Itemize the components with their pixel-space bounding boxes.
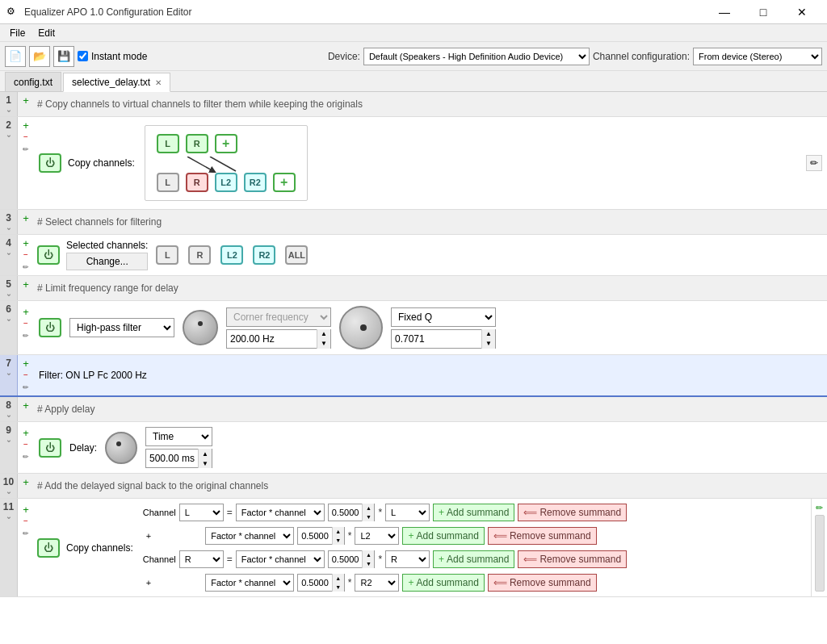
channel-btn-R-bot[interactable]: R	[186, 173, 208, 192]
factor-4-down[interactable]: ▼	[333, 583, 344, 592]
factor-type-select-1[interactable]: Factor * channel	[236, 504, 325, 521]
row-2: 2 ⌄ + − ✏ ⏻ Copy channels: L R +	[0, 117, 827, 210]
factor-type-select-3[interactable]: Factor * channel	[236, 550, 325, 568]
source-select-R[interactable]: R	[385, 550, 430, 568]
source-select-R2[interactable]: R2	[355, 574, 399, 592]
tab-close-icon[interactable]: ✕	[155, 78, 162, 87]
row-8-add[interactable]: +	[20, 399, 31, 411]
sel-ch-L2[interactable]: L2	[220, 245, 243, 265]
row-6-add[interactable]: +	[20, 306, 31, 317]
q-up[interactable]: ▲	[482, 329, 495, 339]
filter-text-input[interactable]	[36, 364, 825, 387]
filter-type-select[interactable]: High-pass filter	[69, 318, 174, 337]
row-4-power[interactable]: ⏻	[37, 245, 60, 265]
row-6-power[interactable]: ⏻	[39, 318, 61, 337]
row-3-add[interactable]: +	[20, 212, 31, 224]
row-2-add[interactable]: +	[20, 119, 31, 131]
sel-ch-R[interactable]: R	[188, 245, 211, 265]
add-summand-2[interactable]: + Add summand	[402, 527, 484, 545]
row-7-edit[interactable]: ✏	[20, 382, 31, 393]
channel-btn-plus-top[interactable]: +	[215, 134, 237, 153]
row-11-pencil[interactable]: ✏	[814, 502, 825, 513]
source-select-L2[interactable]: L2	[355, 527, 399, 545]
source-select-L[interactable]: L	[385, 504, 430, 521]
row-9-add[interactable]: +	[20, 427, 31, 438]
delay-down[interactable]: ▼	[199, 458, 212, 468]
instant-mode-checkbox[interactable]	[78, 51, 88, 61]
channel-btn-L2-bot[interactable]: L2	[215, 173, 237, 192]
row-2-remove[interactable]: −	[20, 132, 31, 143]
add-summand-3[interactable]: + Add summand	[433, 550, 514, 568]
change-button[interactable]: Change...	[66, 253, 148, 270]
remove-summand-4[interactable]: ⟸ Remove summand	[488, 574, 597, 592]
sel-ch-L[interactable]: L	[156, 245, 178, 265]
row-11-remove[interactable]: −	[20, 516, 31, 527]
file-menu[interactable]: File	[3, 26, 31, 40]
delay-up[interactable]: ▲	[199, 449, 212, 458]
filter-knob-1[interactable]	[183, 310, 218, 345]
channel-select-R[interactable]: R	[179, 550, 224, 568]
row-9-remove[interactable]: −	[20, 439, 31, 450]
channel-select-L[interactable]: L	[179, 504, 224, 521]
factor-1-down[interactable]: ▼	[363, 512, 374, 521]
factor-type-select-2[interactable]: Factor * channel	[205, 527, 294, 545]
remove-summand-1[interactable]: ⟸ Remove summand	[518, 504, 627, 521]
row-5-add[interactable]: +	[20, 278, 31, 290]
corner-freq-select[interactable]: Corner frequency	[226, 307, 331, 327]
q-down[interactable]: ▼	[482, 339, 495, 349]
maximize-button[interactable]: □	[745, 0, 782, 24]
row-4-edit[interactable]: ✏	[20, 261, 31, 273]
open-button[interactable]: 📂	[29, 46, 50, 67]
add-summand-4[interactable]: + Add summand	[402, 574, 484, 592]
row-11-power[interactable]: ⏻	[37, 538, 60, 558]
inner-scrollbar[interactable]	[815, 515, 825, 592]
row-10-add[interactable]: +	[20, 476, 31, 487]
factor-2-up[interactable]: ▲	[333, 527, 344, 536]
factor-1-up[interactable]: ▲	[363, 504, 374, 512]
factor-3-down[interactable]: ▼	[363, 559, 374, 568]
device-select[interactable]: Default (Speakers - High Definition Audi…	[363, 48, 590, 65]
row-9-edit[interactable]: ✏	[20, 451, 31, 462]
channel-btn-plus-bot[interactable]: +	[273, 173, 296, 192]
q-type-select[interactable]: Fixed Q	[391, 307, 496, 327]
row-1-add[interactable]: +	[20, 94, 31, 106]
row-9-power[interactable]: ⏻	[39, 438, 61, 458]
edit-menu[interactable]: Edit	[31, 26, 61, 40]
add-summand-1[interactable]: + Add summand	[433, 504, 514, 521]
row-2-edit[interactable]: ✏	[20, 144, 31, 155]
factor-3-up[interactable]: ▲	[363, 550, 374, 559]
remove-summand-3[interactable]: ⟸ Remove summand	[518, 550, 627, 568]
tab-config[interactable]: config.txt	[5, 72, 61, 91]
save-button[interactable]: 💾	[53, 46, 74, 67]
delay-knob[interactable]	[105, 432, 137, 464]
row-4-add[interactable]: +	[20, 237, 31, 249]
factor-2-down[interactable]: ▼	[333, 536, 344, 545]
remove-summand-2[interactable]: ⟸ Remove summand	[488, 527, 597, 545]
row-6-edit[interactable]: ✏	[20, 330, 31, 341]
row-2-pencil[interactable]: ✏	[806, 155, 822, 171]
delay-type-select[interactable]: Time	[145, 427, 212, 446]
new-button[interactable]: 📄	[5, 46, 26, 67]
row-6-remove[interactable]: −	[20, 318, 31, 329]
row-2-power[interactable]: ⏻	[39, 153, 61, 173]
freq-down[interactable]: ▼	[317, 339, 330, 349]
channel-btn-L-bot[interactable]: L	[157, 173, 179, 192]
filter-knob-2[interactable]	[339, 306, 383, 349]
sel-ch-R2[interactable]: R2	[253, 245, 275, 265]
channel-btn-R2-bot[interactable]: R2	[244, 173, 267, 192]
factor-4-up[interactable]: ▲	[333, 574, 344, 583]
channel-btn-R-top[interactable]: R	[186, 134, 208, 153]
row-11-add[interactable]: +	[20, 504, 31, 515]
tab-selective-delay[interactable]: selective_delay.txt ✕	[63, 73, 170, 92]
row-7-remove[interactable]: −	[20, 370, 31, 381]
row-11-edit[interactable]: ✏	[20, 528, 31, 539]
close-button[interactable]: ✕	[783, 0, 821, 24]
factor-type-select-4[interactable]: Factor * channel	[205, 574, 294, 592]
sel-ch-ALL[interactable]: ALL	[285, 245, 308, 265]
channel-btn-L-top[interactable]: L	[157, 134, 179, 153]
freq-up[interactable]: ▲	[317, 329, 330, 339]
channel-config-select[interactable]: From device (Stereo)	[693, 48, 822, 65]
row-7-add[interactable]: +	[20, 358, 31, 369]
minimize-button[interactable]: —	[706, 0, 743, 24]
row-4-remove[interactable]: −	[20, 249, 31, 261]
